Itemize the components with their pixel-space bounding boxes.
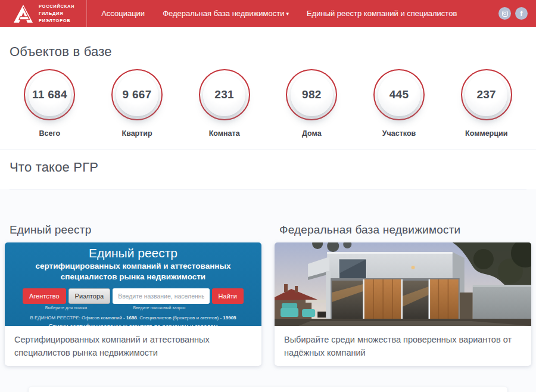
- registry-search-input[interactable]: [113, 288, 209, 304]
- registry-banner-title: Единый реестр: [5, 246, 261, 260]
- nav-item-associations[interactable]: Ассоциации: [101, 9, 145, 18]
- stat-label: Квартир: [122, 129, 152, 138]
- stat-commercial: 237 Коммерции: [442, 61, 530, 138]
- logo-text: РОССИЙСКАЯ ГИЛЬДИЯ РИЭЛТОРОВ: [39, 3, 74, 24]
- stat-label: Всего: [39, 129, 61, 138]
- registry-caption: Сертифицированных компаний и аттестованн…: [5, 326, 261, 366]
- main-content: Единый реестр Единый реестр сертифициров…: [0, 189, 536, 392]
- registry-banner-subtitle: сертифицированных компаний и аттестованн…: [5, 261, 261, 282]
- about-title: Что такое РГР: [10, 160, 526, 175]
- stat-value: 9 667: [122, 88, 151, 101]
- social-links: f: [498, 0, 536, 27]
- realtor-toggle-button[interactable]: Риэлтора: [68, 288, 111, 304]
- fedbase-column: Федеральная база недвижимости: [275, 223, 531, 366]
- stat-label: Коммерции: [465, 129, 507, 138]
- certified-agencies-link[interactable]: Списки сертифицированных агентств по рег…: [48, 323, 217, 330]
- stat-label: Дома: [302, 129, 322, 138]
- registry-column: Единый реестр Единый реестр сертифициров…: [5, 223, 261, 366]
- stat-circle: 982: [286, 69, 337, 120]
- fedbase-card[interactable]: Выбирайте среди множества проверенных ва…: [275, 242, 531, 366]
- search-button[interactable]: Найти: [212, 288, 244, 304]
- registry-counters: В ЕДИНОМ РЕЕСТРЕ: Офисов компаний - 1658…: [5, 315, 261, 321]
- stat-value: 982: [302, 88, 322, 101]
- stats-title: Объектов в базе: [10, 44, 536, 60]
- stat-flats: 9 667 Квартир: [94, 61, 181, 138]
- stat-value: 11 684: [32, 88, 67, 101]
- map-section-card: [29, 387, 507, 392]
- registry-card[interactable]: Единый реестр сертифицированных компаний…: [5, 242, 261, 366]
- hint-choose: Выберите для поиска: [23, 306, 110, 310]
- objects-stats-section: Объектов в базе 11 684 Всего 9 667 Кварт…: [0, 27, 536, 150]
- fedbase-caption: Выбирайте среди множества проверенных ва…: [275, 326, 531, 366]
- stat-houses: 982 Дома: [268, 61, 356, 138]
- registry-banner: Единый реестр сертифицированных компаний…: [5, 242, 261, 326]
- stat-circle: 11 684: [24, 69, 75, 120]
- top-navbar: РОССИЙСКАЯ ГИЛЬДИЯ РИЭЛТОРОВ Ассоциации …: [0, 0, 536, 27]
- agency-toggle-button[interactable]: Агентство: [23, 288, 66, 304]
- nav-item-federal-base-label: Федеральная база недвижимости: [163, 9, 284, 18]
- registry-search-row: Агентство Риэлтора Найти: [5, 288, 261, 304]
- stat-circle: 9 667: [111, 69, 163, 120]
- stats-row: 11 684 Всего 9 667 Квартир 231 Комната 9…: [0, 61, 536, 149]
- rgr-logo-icon: [13, 4, 33, 24]
- hint-query: Введите поисковый запрос: [110, 306, 209, 310]
- logo[interactable]: РОССИЙСКАЯ ГИЛЬДИЯ РИЭЛТОРОВ: [0, 0, 87, 27]
- chevron-down-icon: ▾: [286, 11, 289, 17]
- instagram-icon: [502, 11, 508, 17]
- facebook-button[interactable]: f: [515, 7, 528, 20]
- stat-value: 445: [389, 88, 409, 101]
- stat-value: 231: [214, 88, 234, 101]
- stat-circle: 237: [461, 69, 512, 120]
- stat-label: Комната: [209, 129, 240, 138]
- stat-plots: 445 Участков: [356, 61, 443, 138]
- fedbase-section-title: Федеральная база недвижимости: [279, 223, 531, 237]
- stat-circle: 231: [199, 69, 250, 120]
- facebook-icon: f: [520, 10, 522, 17]
- stat-rooms: 231 Комната: [180, 61, 268, 138]
- instagram-button[interactable]: [498, 7, 511, 20]
- search-hints: Выберите для поиска Введите поисковый за…: [5, 306, 261, 310]
- stat-value: 237: [476, 88, 496, 101]
- nav-item-registry[interactable]: Единый реестр компаний и специалистов: [307, 9, 457, 18]
- main-nav: Ассоциации Федеральная база недвижимости…: [87, 0, 457, 27]
- stat-label: Участков: [382, 129, 416, 138]
- about-section: Что такое РГР: [0, 150, 536, 189]
- registry-section-title: Единый реестр: [10, 223, 261, 237]
- stat-circle: 445: [373, 69, 425, 120]
- stat-total: 11 684 Всего: [6, 61, 94, 138]
- nav-item-federal-base[interactable]: Федеральная база недвижимости▾: [163, 9, 289, 18]
- house-photo: [275, 242, 531, 326]
